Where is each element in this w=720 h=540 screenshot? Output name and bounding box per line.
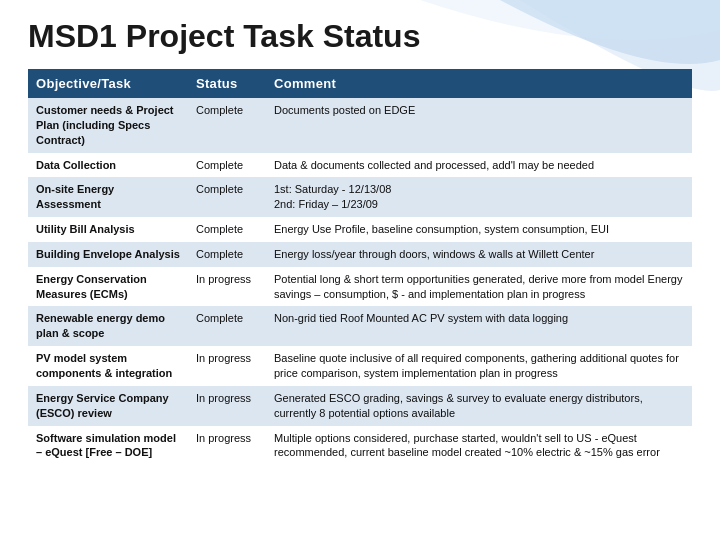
table-row: Energy Conservation Measures (ECMs)In pr…	[28, 267, 692, 307]
cell-status: Complete	[188, 306, 266, 346]
cell-objective: Software simulation model – eQuest [Free…	[28, 426, 188, 466]
cell-objective: Utility Bill Analysis	[28, 217, 188, 242]
table-row: PV model system components & integration…	[28, 346, 692, 386]
cell-comment: Energy loss/year through doors, windows …	[266, 242, 692, 267]
cell-comment: Data & documents collected and processed…	[266, 153, 692, 178]
cell-comment: Documents posted on EDGE	[266, 98, 692, 153]
cell-comment: Baseline quote inclusive of all required…	[266, 346, 692, 386]
cell-comment: Generated ESCO grading, savings & survey…	[266, 386, 692, 426]
header-objective: Objective/Task	[28, 69, 188, 98]
table-row: Energy Service Company (ESCO) reviewIn p…	[28, 386, 692, 426]
cell-comment: Multiple options considered, purchase st…	[266, 426, 692, 466]
cell-comment: Energy Use Profile, baseline consumption…	[266, 217, 692, 242]
header-status: Status	[188, 69, 266, 98]
task-status-table: Objective/Task Status Comment Customer n…	[28, 69, 692, 465]
table-row: On-site Energy AssessmentComplete1st: Sa…	[28, 177, 692, 217]
cell-objective: Customer needs & Project Plan (including…	[28, 98, 188, 153]
cell-objective: Energy Service Company (ESCO) review	[28, 386, 188, 426]
table-row: Utility Bill AnalysisCompleteEnergy Use …	[28, 217, 692, 242]
cell-objective: PV model system components & integration	[28, 346, 188, 386]
cell-status: Complete	[188, 177, 266, 217]
cell-status: In progress	[188, 346, 266, 386]
cell-status: In progress	[188, 426, 266, 466]
cell-status: Complete	[188, 217, 266, 242]
cell-comment: 1st: Saturday - 12/13/082nd: Friday – 1/…	[266, 177, 692, 217]
table-row: Software simulation model – eQuest [Free…	[28, 426, 692, 466]
header-comment: Comment	[266, 69, 692, 98]
cell-status: Complete	[188, 242, 266, 267]
cell-status: In progress	[188, 267, 266, 307]
cell-objective: Data Collection	[28, 153, 188, 178]
cell-status: Complete	[188, 153, 266, 178]
table-row: Customer needs & Project Plan (including…	[28, 98, 692, 153]
cell-objective: Renewable energy demo plan & scope	[28, 306, 188, 346]
table-row: Building Envelope AnalysisCompleteEnergy…	[28, 242, 692, 267]
cell-comment: Potential long & short term opportunitie…	[266, 267, 692, 307]
table-row: Data CollectionCompleteData & documents …	[28, 153, 692, 178]
table-header-row: Objective/Task Status Comment	[28, 69, 692, 98]
page-title: MSD1 Project Task Status	[28, 18, 692, 55]
cell-comment: Non-grid tied Roof Mounted AC PV system …	[266, 306, 692, 346]
cell-objective: On-site Energy Assessment	[28, 177, 188, 217]
cell-status: Complete	[188, 98, 266, 153]
cell-objective: Building Envelope Analysis	[28, 242, 188, 267]
table-row: Renewable energy demo plan & scopeComple…	[28, 306, 692, 346]
cell-objective: Energy Conservation Measures (ECMs)	[28, 267, 188, 307]
cell-status: In progress	[188, 386, 266, 426]
